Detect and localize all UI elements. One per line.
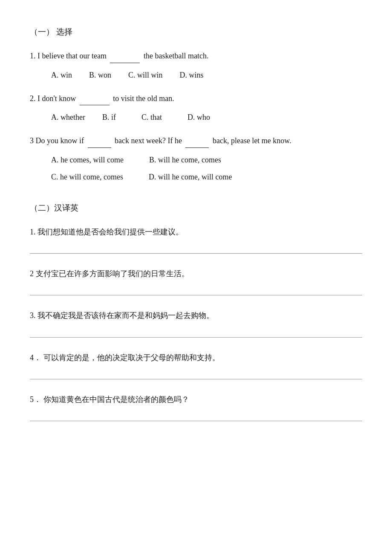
q2-text-after: to visit the old man. [113, 94, 174, 103]
q3-blank2 [185, 133, 209, 147]
q3-option-c: C. he will come, comes [51, 169, 123, 185]
translate-q4: 4． 可以肯定的是，他的决定取决于父母的帮助和支持。 [30, 350, 362, 379]
q2-text-before: I don't know [37, 94, 76, 103]
translate-q1: 1. 我们想知道他是否会给我们提供一些建议。 [30, 225, 362, 254]
tq3-answer-line [30, 326, 362, 338]
q2-options-row: A. whether B. if C. that D. who [51, 110, 362, 125]
q3-number: 3 [30, 136, 34, 145]
q2-option-c: C. that [141, 110, 162, 125]
q1-option-b: B. won [89, 67, 111, 83]
tq2-content: 支付宝已在许多方面影响了我们的日常生活。 [36, 269, 189, 278]
q3-blank1 [88, 133, 111, 147]
question-1-text: 1. I believe that our team the basketbal… [30, 49, 362, 63]
translate-q1-text: 1. 我们想知道他是否会给我们提供一些建议。 [30, 225, 362, 239]
q2-number: 2. [30, 94, 36, 103]
q1-blank [110, 49, 140, 63]
q1-option-a: A. win [51, 67, 72, 83]
q2-option-d: D. who [187, 110, 210, 125]
q1-number: 1. [30, 52, 36, 60]
translate-q3-text: 3. 我不确定我是否该待在家而不是和妈妈一起去购物。 [30, 308, 362, 323]
q2-blank [80, 91, 110, 105]
tq4-answer-line [30, 367, 362, 379]
tq4-number: 4． [30, 353, 41, 362]
translate-q4-text: 4． 可以肯定的是，他的决定取决于父母的帮助和支持。 [30, 350, 362, 365]
translate-q2-text: 2 支付宝已在许多方面影响了我们的日常生活。 [30, 266, 362, 281]
q3-option-b: B. will he come, comes [149, 152, 221, 168]
q3-option-a: A. he comes, will come [51, 152, 124, 168]
translate-q5: 5． 你知道黄色在中国古代是统治者的颜色吗？ [30, 392, 362, 421]
q3-options-row2: C. he will come, comes D. will he come, … [51, 169, 362, 185]
q1-text-after: the basketball match. [144, 52, 208, 60]
q3-text-after: back, please let me know. [213, 136, 291, 145]
q1-text-before: I believe that our team [37, 52, 107, 60]
question-2: 2. I don't know to visit the old man. A.… [30, 91, 362, 125]
tq1-number: 1. [30, 228, 36, 236]
q3-text-middle: back next week? If he [115, 136, 182, 145]
q1-options-row: A. win B. won C. will win D. wins [51, 67, 362, 83]
q1-option-c: C. will win [128, 67, 163, 83]
question-2-text: 2. I don't know to visit the old man. [30, 91, 362, 105]
q2-option-b: B. if [102, 110, 116, 125]
tq5-answer-line [30, 409, 362, 421]
q3-options: A. he comes, will come B. will he come, … [30, 152, 362, 185]
tq2-answer-line [30, 283, 362, 295]
tq1-answer-line [30, 242, 362, 254]
tq3-number: 3. [30, 311, 36, 320]
q1-options: A. win B. won C. will win D. wins [30, 67, 362, 83]
q3-text-before: Do you know if [36, 136, 84, 145]
tq3-content: 我不确定我是否该待在家而不是和妈妈一起去购物。 [37, 311, 214, 320]
section-two-title: （二）汉译英 [30, 202, 362, 214]
tq1-content: 我们想知道他是否会给我们提供一些建议。 [37, 228, 183, 236]
q2-options: A. whether B. if C. that D. who [30, 110, 362, 125]
section-one: （一） 选择 1. I believe that our team the ba… [30, 26, 362, 185]
question-3-text: 3 Do you know if back next week? If he b… [30, 133, 362, 147]
section-two: （二）汉译英 1. 我们想知道他是否会给我们提供一些建议。 2 支付宝已在许多方… [30, 202, 362, 421]
q3-options-row1: A. he comes, will come B. will he come, … [51, 152, 362, 168]
translate-q5-text: 5． 你知道黄色在中国古代是统治者的颜色吗？ [30, 392, 362, 407]
tq5-content: 你知道黄色在中国古代是统治者的颜色吗？ [43, 395, 189, 404]
tq2-number: 2 [30, 269, 34, 278]
q1-option-d: D. wins [180, 67, 204, 83]
question-3: 3 Do you know if back next week? If he b… [30, 133, 362, 184]
tq4-content: 可以肯定的是，他的决定取决于父母的帮助和支持。 [43, 353, 220, 362]
translate-q2: 2 支付宝已在许多方面影响了我们的日常生活。 [30, 266, 362, 295]
q3-option-d: D. will he come, will come [149, 169, 232, 185]
question-1: 1. I believe that our team the basketbal… [30, 49, 362, 82]
section-one-title: （一） 选择 [30, 26, 362, 38]
q2-option-a: A. whether [51, 110, 85, 125]
tq5-number: 5． [30, 395, 41, 404]
translate-q3: 3. 我不确定我是否该待在家而不是和妈妈一起去购物。 [30, 308, 362, 337]
